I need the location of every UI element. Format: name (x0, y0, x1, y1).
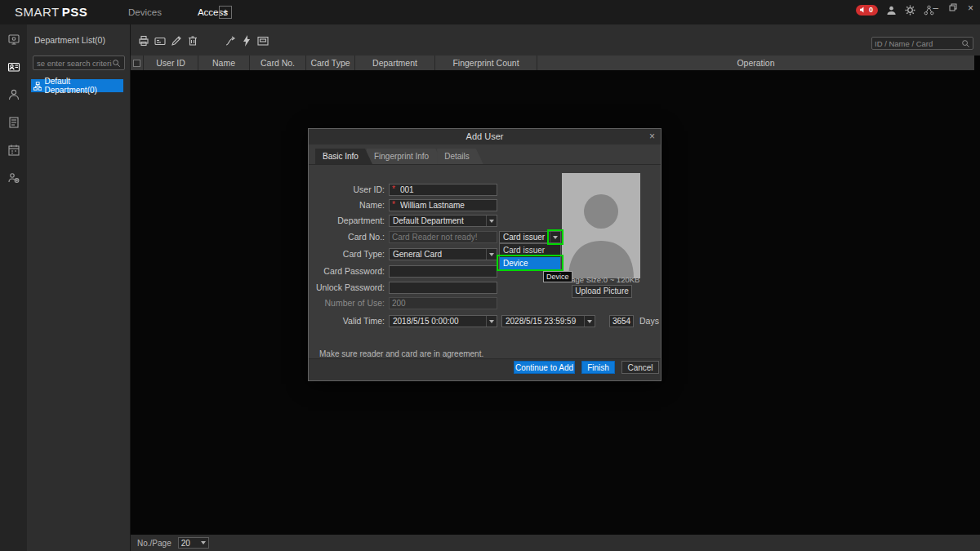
card-type-select[interactable]: General Card (389, 248, 497, 260)
search-icon[interactable] (112, 59, 121, 68)
card-type-label: Card Type: (309, 248, 385, 260)
settings-gear-icon[interactable] (905, 5, 915, 16)
column-user-id[interactable]: User ID (144, 56, 198, 70)
department-panel: Department List(0) Default Department(0) (27, 24, 131, 551)
export-icon (224, 34, 237, 47)
column-card-type[interactable]: Card Type (306, 56, 355, 70)
page-size-label: No./Page (137, 539, 172, 548)
department-item-label: Default Department(0) (44, 77, 121, 95)
user-photo-placeholder (562, 173, 640, 278)
department-search-input[interactable] (37, 59, 112, 68)
dialog-tabs: Basic Info Fingerprint Info Details (315, 149, 478, 164)
minimize-button[interactable]: – (933, 2, 938, 14)
card-reader-button[interactable] (256, 33, 270, 47)
user-id-label: User ID: (309, 184, 385, 196)
department-item-default[interactable]: Default Department(0) (31, 79, 123, 92)
app-logo: SMARTPSS (15, 0, 87, 24)
edit-button[interactable] (169, 33, 183, 47)
user-card-icon[interactable] (7, 60, 20, 73)
page-size-value: 20 (181, 539, 190, 548)
tab-fingerprint-info[interactable]: Fingerprint Info (367, 149, 443, 164)
unlock-password-label: Unlock Password: (309, 282, 385, 294)
schedule-icon[interactable] (7, 144, 20, 157)
logo-pss: PSS (62, 5, 88, 19)
close-button[interactable]: × (968, 2, 973, 14)
alarm-count: 0 (869, 6, 873, 14)
valid-time-start-value: 2018/5/15 0:00:00 (393, 316, 484, 327)
valid-days-value: 3654 (609, 315, 634, 327)
page-size-select[interactable]: 20 (178, 537, 209, 549)
card-no-label: Card No.: (309, 231, 385, 243)
column-card-no[interactable]: Card No. (250, 56, 306, 70)
finish-button[interactable]: Finish (581, 361, 615, 374)
card-no-field-wrap (389, 231, 497, 243)
console-icon[interactable] (7, 33, 20, 46)
device-tooltip: Device (543, 271, 572, 282)
tab-basic-info[interactable]: Basic Info (315, 149, 372, 164)
dropdown-arrow[interactable] (584, 316, 595, 327)
card-no-input[interactable] (389, 231, 497, 243)
delete-icon (186, 34, 199, 47)
user-id-input[interactable] (389, 184, 497, 196)
department-select-value: Default Department (393, 216, 484, 226)
name-input[interactable] (389, 199, 497, 211)
log-icon[interactable] (7, 116, 20, 129)
restore-button[interactable] (949, 2, 957, 14)
number-of-use-input[interactable] (389, 297, 497, 309)
export-button[interactable] (223, 33, 237, 47)
search-icon[interactable] (961, 39, 970, 48)
name-field-wrap: * (389, 199, 497, 211)
quick-issue-button[interactable] (239, 33, 253, 47)
chevron-down-icon (587, 320, 592, 323)
quick-issue-icon (240, 34, 253, 47)
delete-button[interactable] (185, 33, 199, 47)
user-search-input[interactable] (875, 39, 961, 48)
user-icon[interactable] (886, 5, 897, 16)
required-mark: * (392, 184, 395, 193)
tab-details[interactable]: Details (437, 149, 483, 164)
chevron-down-icon (489, 253, 494, 256)
chevron-down-icon (201, 541, 206, 544)
chevron-down-icon (489, 220, 494, 223)
department-search (33, 56, 125, 70)
issue-card-button[interactable] (136, 33, 150, 47)
continue-to-add-button[interactable]: Continue to Add (514, 361, 575, 374)
card-password-field-wrap (389, 265, 497, 278)
dropdown-arrow[interactable] (486, 216, 497, 226)
tab-devices[interactable]: Devices (110, 0, 180, 24)
person-icon[interactable] (7, 88, 20, 101)
user-toolbar (131, 24, 980, 56)
upload-picture-button[interactable]: Upload Picture (572, 285, 632, 298)
dialog-title: Add User (466, 131, 504, 141)
dropdown-arrow[interactable] (486, 316, 497, 327)
unlock-password-input[interactable] (389, 282, 497, 294)
titlebar: SMARTPSS Devices Access + 0 – × (0, 0, 980, 24)
user-id-field-wrap: * (389, 184, 497, 196)
cancel-button[interactable]: Cancel (621, 361, 659, 374)
dialog-close-button[interactable]: × (649, 129, 655, 144)
tab-access[interactable]: Access (180, 0, 246, 24)
card-type-select-value: General Card (393, 249, 484, 260)
select-all-checkbox[interactable] (133, 60, 140, 67)
click-highlight-device-option (497, 255, 564, 271)
card-password-input[interactable] (389, 265, 497, 278)
department-select[interactable]: Default Department (389, 215, 497, 227)
permission-icon[interactable] (7, 171, 20, 184)
add-card-icon (154, 34, 167, 47)
valid-time-start-select[interactable]: 2018/5/15 0:00:00 (389, 315, 497, 327)
column-department[interactable]: Department (355, 56, 435, 70)
valid-time-end-select[interactable]: 2028/5/15 23:59:59 (501, 315, 595, 327)
column-operation[interactable]: Operation (537, 56, 974, 70)
add-card-button[interactable] (153, 33, 167, 47)
dropdown-arrow[interactable] (486, 249, 497, 260)
column-fingerprint-count[interactable]: Fingerprint Count (435, 56, 537, 70)
status-bar: No./Page 20 (131, 535, 980, 551)
person-silhouette (562, 173, 640, 278)
titlebar-icons: 0 (856, 3, 934, 16)
column-name[interactable]: Name (198, 56, 250, 70)
alarm-badge[interactable]: 0 (856, 5, 878, 16)
window-controls: – × (933, 2, 973, 14)
new-tab-button[interactable]: + (219, 6, 232, 19)
department-label: Department: (309, 215, 385, 227)
number-of-use-field-wrap (389, 297, 497, 309)
